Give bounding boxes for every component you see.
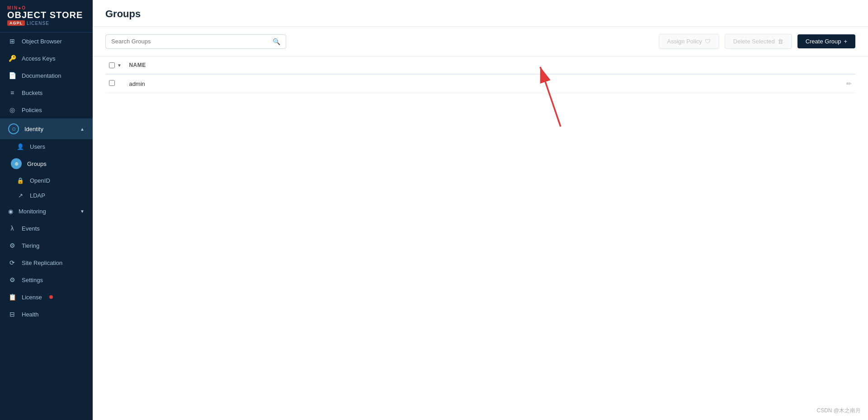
sidebar-item-access-keys[interactable]: 🔑 Access Keys xyxy=(0,50,93,67)
sidebar-label-openid: OpenID xyxy=(30,177,50,184)
sidebar-label-settings: Settings xyxy=(22,277,43,283)
sidebar-item-policies[interactable]: ◎ Policies xyxy=(0,101,93,118)
documentation-icon: 📄 xyxy=(8,72,16,79)
sidebar-label-object-browser: Object Browser xyxy=(22,38,62,45)
delete-selected-button[interactable]: Delete Selected 🗑 xyxy=(725,34,792,49)
sidebar-label-identity: Identity xyxy=(24,126,43,132)
column-header-action xyxy=(837,57,855,74)
groups-active-icon: ⊕ xyxy=(11,158,22,169)
sidebar-label-health: Health xyxy=(22,311,39,318)
sidebar-item-monitoring[interactable]: ◉ Monitoring ▼ xyxy=(0,203,93,220)
sidebar-label-groups: Groups xyxy=(27,160,47,167)
policies-icon: ◎ xyxy=(8,106,16,113)
logo-area: MIN●O OBJECT STORE AGPL LICENSE xyxy=(0,0,93,33)
identity-chevron-icon: ▲ xyxy=(80,127,85,132)
search-input[interactable] xyxy=(111,38,269,45)
sidebar-item-settings[interactable]: ⚙ Settings xyxy=(0,271,93,288)
assign-policy-label: Assign Policy xyxy=(667,38,702,45)
sidebar-item-site-replication[interactable]: ⟳ Site Replication xyxy=(0,254,93,271)
sidebar-item-users[interactable]: 👤 Users xyxy=(0,139,93,154)
license-text: LICENSE xyxy=(27,21,49,26)
sidebar-label-documentation: Documentation xyxy=(22,72,61,79)
delete-icon: 🗑 xyxy=(778,38,783,45)
users-icon: 👤 xyxy=(16,143,24,150)
access-keys-icon: 🔑 xyxy=(8,55,16,62)
sort-arrow-icon: ▼ xyxy=(117,63,122,68)
site-replication-icon: ⟳ xyxy=(8,259,16,266)
sidebar-item-events[interactable]: λ Events xyxy=(0,220,93,237)
row-checkbox[interactable] xyxy=(109,80,115,86)
delete-selected-label: Delete Selected xyxy=(733,38,775,45)
sidebar-label-ldap: LDAP xyxy=(30,192,45,199)
assign-policy-icon: 🛡 xyxy=(705,38,711,45)
group-name-cell: admin xyxy=(125,74,837,93)
license-dot-indicator xyxy=(49,295,53,299)
groups-table: ▼ Name admin xyxy=(105,57,855,93)
monitoring-chevron-icon: ▼ xyxy=(80,209,85,214)
sidebar-label-users: Users xyxy=(30,143,45,150)
object-store-text: OBJECT STORE xyxy=(7,10,85,19)
sidebar-item-ldap[interactable]: ↗ LDAP xyxy=(0,188,93,203)
search-icon: 🔍 xyxy=(273,38,280,45)
health-icon: ⊟ xyxy=(8,311,16,318)
assign-policy-button[interactable]: Assign Policy 🛡 xyxy=(659,34,719,49)
sidebar-item-groups[interactable]: ⊕ Groups xyxy=(0,154,93,173)
ldap-icon: ↗ xyxy=(16,192,24,199)
sidebar-item-openid[interactable]: 🔒 OpenID xyxy=(0,173,93,188)
name-column-label: Name xyxy=(129,62,146,68)
select-all-checkbox[interactable] xyxy=(109,62,115,68)
column-header-select: ▼ xyxy=(105,57,125,74)
column-header-name[interactable]: Name xyxy=(125,57,837,74)
page-header: Groups xyxy=(93,0,868,27)
sidebar-label-monitoring: Monitoring xyxy=(19,208,46,215)
sidebar-item-identity[interactable]: ⊙ Identity ▲ xyxy=(0,118,93,139)
row-action-cell: ✏ xyxy=(837,74,855,93)
sidebar-item-tiering[interactable]: ⚙ Tiering xyxy=(0,237,93,254)
main-content: Groups 🔍 Assign Policy 🛡 Delete Selected… xyxy=(93,0,868,420)
table-row: admin ✏ xyxy=(105,74,855,93)
buckets-icon: ≡ xyxy=(8,89,16,96)
sidebar-item-health[interactable]: ⊟ Health xyxy=(0,306,93,323)
events-icon: λ xyxy=(8,225,16,232)
sidebar-label-events: Events xyxy=(22,225,40,232)
create-group-button[interactable]: Create Group + xyxy=(797,34,855,48)
toolbar: 🔍 Assign Policy 🛡 Delete Selected 🗑 Crea… xyxy=(93,27,868,57)
sidebar-label-access-keys: Access Keys xyxy=(22,55,55,62)
groups-table-body: admin ✏ xyxy=(105,74,855,93)
create-group-label: Create Group xyxy=(806,38,841,45)
create-group-plus-icon: + xyxy=(844,38,847,45)
tiering-icon: ⚙ xyxy=(8,242,16,249)
sidebar-label-site-replication: Site Replication xyxy=(22,260,62,266)
monitoring-icon: ◉ xyxy=(8,208,13,215)
sidebar-item-object-browser[interactable]: ⊞ Object Browser xyxy=(0,33,93,50)
openid-icon: 🔒 xyxy=(16,177,24,184)
identity-icon: ⊙ xyxy=(8,123,19,134)
license-icon: 📋 xyxy=(8,293,16,301)
settings-icon: ⚙ xyxy=(8,276,16,283)
sidebar-label-tiering: Tiering xyxy=(22,242,39,249)
group-name: admin xyxy=(129,80,145,87)
sidebar-item-license[interactable]: 📋 License xyxy=(0,288,93,306)
sidebar-label-policies: Policies xyxy=(22,107,42,113)
sidebar-item-buckets[interactable]: ≡ Buckets xyxy=(0,84,93,101)
edit-icon[interactable]: ✏ xyxy=(846,80,852,87)
groups-table-container: ▼ Name admin xyxy=(93,57,868,420)
sidebar-label-buckets: Buckets xyxy=(22,90,42,96)
agpl-badge: AGPL xyxy=(7,20,25,26)
row-select-cell xyxy=(105,74,125,93)
sidebar-item-documentation[interactable]: 📄 Documentation xyxy=(0,67,93,84)
sidebar-label-license: License xyxy=(22,294,42,301)
search-box: 🔍 xyxy=(105,34,286,49)
sidebar: MIN●O OBJECT STORE AGPL LICENSE ⊞ Object… xyxy=(0,0,93,420)
object-browser-icon: ⊞ xyxy=(8,38,16,45)
page-title: Groups xyxy=(105,8,855,20)
